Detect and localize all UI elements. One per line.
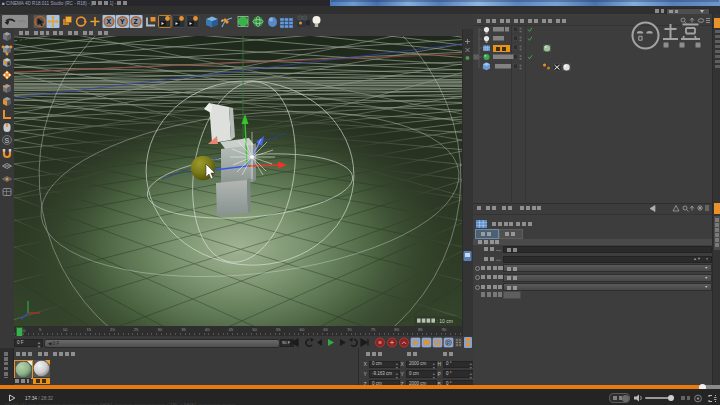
svg-text:Z: Z [134,18,139,25]
svg-text:: 10 cm: : 10 cm [437,318,453,324]
svg-text:Y: Y [120,18,125,25]
svg-text:S: S [5,137,10,144]
svg-text:X: X [106,18,111,25]
